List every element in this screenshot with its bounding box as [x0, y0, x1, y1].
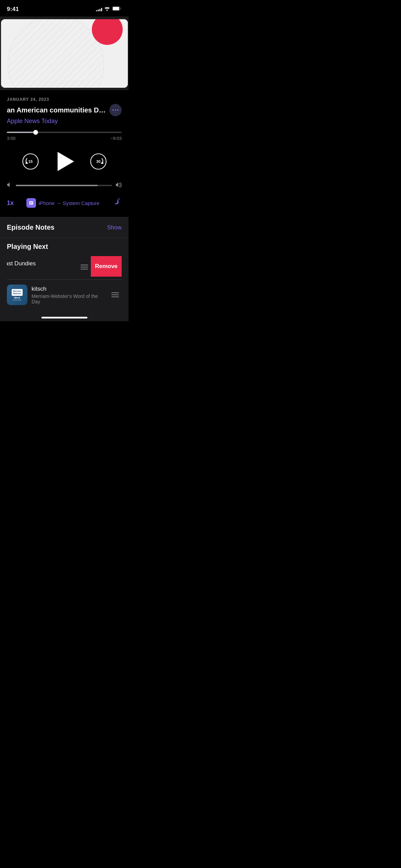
speed-button[interactable]: 1x: [7, 200, 14, 207]
progress-knob[interactable]: [33, 130, 38, 135]
home-bar: [41, 317, 87, 318]
reorder-handle-1[interactable]: [78, 262, 91, 272]
output-button[interactable]: iPhone → System Capture: [26, 198, 100, 208]
svg-text:Z: Z: [119, 197, 120, 199]
remove-label: Remove: [95, 263, 118, 270]
wotd-art: MerriamWebster Word of the Day: [7, 285, 27, 305]
play-icon: [58, 152, 74, 171]
rewind-icon: 15: [22, 153, 39, 170]
home-indicator: [0, 310, 129, 321]
svg-marker-33: [25, 161, 28, 164]
progress-fill: [7, 132, 36, 133]
time-remaining: −9:03: [110, 136, 122, 141]
output-label: iPhone → System Capture: [39, 200, 100, 206]
status-time: 9:41: [7, 6, 19, 13]
moon-zzz-icon: ZZ Z: [112, 197, 122, 207]
wifi-icon: [104, 6, 110, 12]
progress-times: 3:00 −9:03: [0, 136, 129, 141]
volume-high-icon: [116, 182, 122, 189]
bottom-controls-row: 1x iPhone → System Capture ZZ Z: [0, 197, 129, 217]
rewind-button[interactable]: 15: [21, 152, 40, 171]
volume-low-icon: [7, 182, 12, 189]
player-info: JANUARY 24, 2023 an American communities…: [0, 90, 129, 125]
queue-item-1-podcast: Office Ladies: [7, 268, 78, 274]
queue-item-2: MerriamWebster Word of the Day kitsch Me…: [7, 280, 122, 310]
album-art: [1, 19, 128, 88]
more-button[interactable]: [109, 104, 122, 116]
status-bar: 9:41: [0, 0, 129, 16]
volume-control[interactable]: [0, 182, 129, 189]
podcast-name[interactable]: Apple News Today: [7, 118, 122, 125]
signal-icon: [96, 7, 102, 11]
battery-icon: [112, 6, 122, 12]
remove-button[interactable]: Remove: [91, 256, 122, 277]
queue-item-1-container[interactable]: Remove Michael's Last Dundies Office Lad…: [7, 256, 122, 279]
playback-controls: 15 30: [0, 141, 129, 182]
volume-fill: [16, 185, 98, 186]
output-device-icon: [26, 198, 36, 208]
episode-notes-title: Episode Notes: [7, 224, 54, 231]
queue-item-2-title: kitsch: [32, 286, 105, 292]
queue-item-2-info: kitsch Merriam-Webster's Word of the Day: [32, 286, 105, 304]
album-art-background: [1, 19, 128, 88]
show-notes-button[interactable]: Show: [107, 224, 122, 231]
queue-item-2-podcast: Merriam-Webster's Word of the Day: [32, 293, 105, 304]
svg-text:30: 30: [96, 159, 100, 164]
play-button[interactable]: [54, 151, 75, 172]
more-dots-icon: [112, 109, 119, 111]
queue-item-1: Michael's Last Dundies Office Ladies: [7, 256, 91, 278]
progress-bar-container[interactable]: [0, 132, 129, 133]
svg-rect-39: [32, 202, 32, 204]
progress-track[interactable]: [7, 132, 122, 133]
svg-rect-37: [29, 201, 33, 205]
reorder-handle-2[interactable]: [109, 290, 122, 300]
queue-item-1-info: Michael's Last Dundies Office Ladies: [7, 260, 78, 274]
svg-marker-36: [100, 161, 104, 164]
status-icons: [96, 6, 122, 12]
episode-notes-section: Episode Notes Show: [0, 217, 129, 238]
time-elapsed: 3:00: [7, 136, 15, 141]
forward-button[interactable]: 30: [88, 152, 108, 171]
svg-rect-38: [30, 202, 31, 204]
svg-point-0: [107, 10, 108, 11]
episode-title: an American communities Dead: [7, 106, 106, 114]
forward-icon: 30: [89, 153, 107, 170]
sleep-timer-button[interactable]: ZZ Z: [112, 197, 122, 209]
volume-track[interactable]: [16, 185, 112, 186]
album-art-container: [0, 16, 129, 90]
queue-item-2-thumbnail: MerriamWebster Word of the Day: [7, 285, 27, 305]
svg-rect-2: [113, 7, 119, 10]
svg-text:15: 15: [28, 159, 33, 164]
episode-date: JANUARY 24, 2023: [7, 97, 122, 102]
episode-title-row: an American communities Dead: [7, 104, 122, 116]
queue-item-1-title: Michael's Last Dundies: [7, 260, 78, 267]
playing-next-section: Playing Next Remove Michael's Last Dundi…: [0, 238, 129, 310]
playing-next-title: Playing Next: [7, 243, 122, 251]
